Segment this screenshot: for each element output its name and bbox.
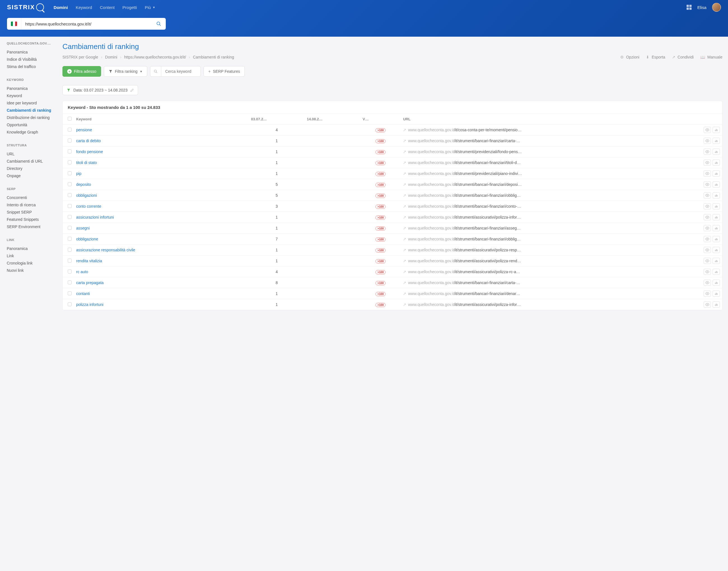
url-cell[interactable]: ↗www.quellocheconta.gov.it/it/strumenti/… [401,168,701,179]
keyword-link[interactable]: obbligazioni [76,193,97,198]
user-name[interactable]: Elisa [697,5,707,10]
view-button[interactable] [704,203,711,209]
sidebar-item[interactable]: SERP Environment [7,223,56,230]
view-button[interactable] [704,291,711,297]
view-button[interactable] [704,127,711,133]
sidebar-item[interactable]: URL [7,150,56,157]
apps-icon[interactable] [687,5,692,10]
keyword-link[interactable]: titoli di stato [76,160,97,165]
row-checkbox[interactable] [68,269,72,273]
sidebar-item[interactable]: Panoramica [7,245,56,252]
view-button[interactable] [704,182,711,188]
page-action-condividi[interactable]: ↗Condividi [672,55,694,59]
sidebar-item[interactable]: Cambiamenti di ranking [7,107,56,114]
row-checkbox[interactable] [68,226,72,230]
column-header[interactable]: V… [360,114,401,125]
logo[interactable]: SISTRIX [7,3,44,11]
chart-button[interactable] [713,182,720,188]
url-cell[interactable]: ↗www.quellocheconta.gov.it/it/strumenti/… [401,201,701,212]
chart-button[interactable] [713,159,720,166]
nav-item-domini[interactable]: Domini [54,5,68,10]
url-cell[interactable]: ↗www.quellocheconta.gov.it/it/strumenti/… [401,234,701,245]
chart-button[interactable] [713,279,720,286]
url-cell[interactable]: ↗www.quellocheconta.gov.it/it/strumenti/… [401,266,701,277]
view-button[interactable] [704,214,711,220]
chart-button[interactable] [713,269,720,275]
nav-item-keyword[interactable]: Keyword [76,5,92,10]
keyword-link[interactable]: assicurazioni infortuni [76,215,114,219]
nav-item-più[interactable]: Più▼ [145,5,155,10]
view-button[interactable] [704,269,711,275]
keyword-link[interactable]: fondo pensione [76,149,103,154]
view-button[interactable] [704,236,711,242]
nav-item-content[interactable]: Content [100,5,115,10]
sidebar-item[interactable]: Onpage [7,172,56,180]
keyword-link[interactable]: obbligazione [76,237,98,241]
country-selector[interactable] [7,18,21,30]
breadcrumb-item[interactable]: Cambiamenti di ranking [193,55,234,59]
chart-button[interactable] [713,236,720,242]
chart-button[interactable] [713,214,720,220]
sidebar-item[interactable]: Keyword [7,92,56,99]
url-cell[interactable]: ↗www.quellocheconta.gov.it/it/strumenti/… [401,212,701,223]
chart-button[interactable] [713,203,720,209]
row-checkbox[interactable] [68,182,72,186]
sidebar-item[interactable]: Cambiamenti di URL [7,157,56,165]
keyword-link[interactable]: rendita vitalizia [76,259,102,263]
row-checkbox[interactable] [68,215,72,219]
keyword-link[interactable]: deposito [76,182,91,187]
sidebar-item[interactable]: Nuovi link [7,267,56,274]
date-filter[interactable]: Data: 03.07.2023 ~ 14.08.2023 [63,85,138,95]
sidebar-item[interactable]: Link [7,252,56,259]
column-header[interactable]: 14.08.2… [305,114,360,125]
view-button[interactable] [704,258,711,264]
page-action-manuale[interactable]: 📖Manuale [700,55,722,59]
keyword-search-input[interactable] [161,69,201,74]
keyword-link[interactable]: carta prepagata [76,280,104,285]
chart-button[interactable] [713,291,720,297]
url-cell[interactable]: ↗www.quellocheconta.gov.it/it/strumenti/… [401,157,701,168]
view-button[interactable] [704,159,711,166]
keyword-link[interactable]: pip [76,171,82,176]
url-cell[interactable]: ↗www.quellocheconta.gov.it/it/strumenti/… [401,223,701,234]
column-header[interactable]: 03.07.2… [249,114,305,125]
sidebar-item[interactable]: Panoramica [7,48,56,56]
keyword-link[interactable]: polizza infortuni [76,302,103,307]
keyword-link[interactable]: carta di debito [76,138,101,143]
row-checkbox[interactable] [68,138,72,142]
view-button[interactable] [704,302,711,308]
sidebar-item[interactable]: Idee per keyword [7,99,56,107]
chart-button[interactable] [713,302,720,308]
url-cell[interactable]: ↗www.quellocheconta.gov.it/it/strumenti/… [401,277,701,288]
breadcrumb-item[interactable]: Domini [105,55,117,59]
row-checkbox[interactable] [68,128,72,132]
chart-button[interactable] [713,170,720,177]
sidebar-item[interactable]: Cronologia link [7,259,56,267]
row-checkbox[interactable] [68,248,72,252]
keyword-link[interactable]: assicurazione responsabilità civile [76,248,135,252]
view-button[interactable] [704,149,711,155]
chart-button[interactable] [713,127,720,133]
page-action-opzioni[interactable]: ⚙Opzioni [620,55,639,59]
chart-button[interactable] [713,138,720,144]
url-cell[interactable]: ↗www.quellocheconta.gov.it/it/cosa-conta… [401,125,701,135]
column-header[interactable]: Keyword [74,114,249,125]
sidebar-item[interactable]: Panoramica [7,85,56,92]
nav-item-progetti[interactable]: Progetti [122,5,137,10]
serp-features-button[interactable]: + SERP Features [204,66,245,77]
url-cell[interactable]: ↗www.quellocheconta.gov.it/it/strumenti/… [401,190,701,201]
sidebar-item[interactable]: Opportunità [7,121,56,128]
url-cell[interactable]: ↗www.quellocheconta.gov.it/it/strumenti/… [401,299,701,310]
search-button[interactable] [152,21,166,26]
view-button[interactable] [704,225,711,231]
chart-button[interactable] [713,247,720,253]
breadcrumb-item[interactable]: https://www.quellocheconta.gov.it/it/ [124,55,186,59]
chart-button[interactable] [713,258,720,264]
keyword-link[interactable]: rc auto [76,269,88,274]
sidebar-item[interactable]: Concorrenti [7,194,56,201]
sidebar-item[interactable]: Indice di Visibilità [7,56,56,63]
avatar[interactable] [712,3,721,12]
keyword-link[interactable]: conto corrente [76,204,101,209]
sidebar-item[interactable]: Directory [7,165,56,172]
breadcrumb-item[interactable]: SISTRIX per Google [63,55,98,59]
